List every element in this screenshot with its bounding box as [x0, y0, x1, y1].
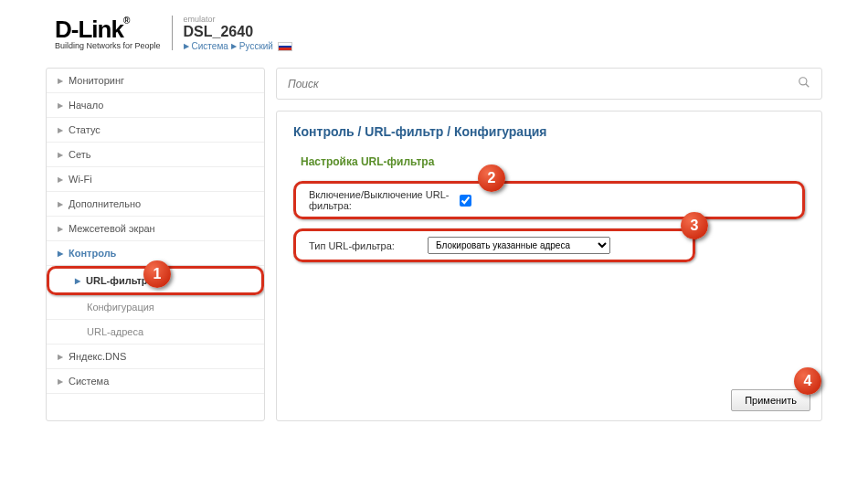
sidebar-label: Конфигурация [87, 302, 154, 313]
search-box[interactable] [276, 68, 822, 100]
sidebar-item-monitoring[interactable]: ▶Мониторинг [47, 69, 264, 93]
bullet-icon: ▶ [58, 377, 63, 386]
sidebar-label: Дополнительно [69, 198, 141, 209]
bullet-icon: ▶ [58, 353, 63, 361]
sidebar-label: Межсетевой экран [69, 223, 155, 234]
sidebar-item-system[interactable]: ▶Система [47, 369, 264, 394]
sidebar-label: Система [69, 376, 109, 387]
annotation-badge-2: 2 [478, 164, 505, 192]
svg-line-1 [806, 84, 810, 88]
header-divider [172, 16, 173, 50]
sidebar-label: Контроль [69, 248, 116, 259]
bullet-icon: ▶ [58, 101, 63, 110]
annotation-badge-1: 1 [143, 260, 171, 288]
svg-point-0 [799, 78, 807, 85]
row-enable-filter: Включение/Выключение URL-фильтра: [293, 181, 805, 219]
type-label: Тип URL-фильтра: [309, 240, 428, 251]
model-label: DSL_2640 [184, 24, 292, 40]
sidebar: ▶Мониторинг ▶Начало ▶Статус ▶Сеть ▶Wi-Fi… [46, 68, 265, 421]
sidebar-label: Яндекс.DNS [69, 351, 126, 362]
link-system[interactable]: Система [192, 41, 228, 51]
enable-checkbox[interactable] [460, 195, 471, 207]
search-input[interactable] [288, 78, 798, 90]
annotation-badge-4: 4 [794, 367, 821, 395]
bullet-icon: ▶ [58, 249, 63, 258]
sidebar-item-url-addresses[interactable]: URL-адреса [47, 320, 264, 345]
sidebar-item-network[interactable]: ▶Сеть [47, 143, 264, 167]
sidebar-label: URL-адреса [87, 326, 143, 337]
sidebar-item-firewall[interactable]: ▶Межсетевой экран [47, 217, 264, 241]
brand-tagline: Building Networks for People [55, 41, 161, 50]
brand-logo: D-Link® Building Networks for People [55, 16, 161, 50]
chevron-right-icon: ▶ [231, 42, 237, 50]
breadcrumb: Контроль / URL-фильтр / Конфигурация [293, 124, 805, 139]
bullet-icon: ▶ [58, 225, 63, 233]
sidebar-label: Сеть [69, 149, 90, 160]
flag-ru-icon [278, 42, 292, 51]
sidebar-label: Статус [69, 124, 101, 135]
chevron-right-icon: ▶ [184, 42, 189, 50]
emulator-label: emulator [184, 15, 292, 24]
sidebar-label: Мониторинг [69, 75, 124, 86]
annotation-badge-3: 3 [681, 212, 708, 239]
sidebar-item-start[interactable]: ▶Начало [47, 93, 264, 118]
sidebar-label: Начало [69, 100, 103, 111]
sidebar-label: Wi-Fi [69, 174, 92, 185]
sidebar-item-status[interactable]: ▶Статус [47, 118, 264, 143]
row-filter-type: Тип URL-фильтра: Блокировать указанные а… [293, 228, 695, 262]
section-title: Настройка URL-фильтра [301, 155, 805, 168]
bullet-icon: ▶ [58, 200, 63, 208]
bullet-icon: ▶ [58, 175, 63, 184]
link-language[interactable]: Русский [239, 41, 273, 51]
sidebar-item-wifi[interactable]: ▶Wi-Fi [47, 167, 264, 192]
bullet-icon: ▶ [58, 77, 63, 85]
bullet-icon: ▶ [75, 277, 80, 285]
bullet-icon: ▶ [58, 151, 63, 159]
filter-type-select[interactable]: Блокировать указанные адреса [428, 237, 610, 254]
content-panel: Контроль / URL-фильтр / Конфигурация Нас… [276, 111, 822, 421]
sidebar-label: URL-фильтр [86, 275, 148, 286]
sidebar-item-configuration[interactable]: Конфигурация [47, 295, 264, 320]
enable-label: Включение/Выключение URL-фильтра: [309, 189, 460, 211]
brand-text: D-Link [55, 16, 123, 43]
header: D-Link® Building Networks for People emu… [18, 7, 850, 58]
apply-button[interactable]: Применить [731, 389, 810, 411]
bullet-icon: ▶ [58, 126, 63, 134]
sidebar-item-yandex-dns[interactable]: ▶Яндекс.DNS [47, 345, 264, 369]
search-icon[interactable] [798, 76, 810, 91]
sidebar-item-advanced[interactable]: ▶Дополнительно [47, 192, 264, 217]
